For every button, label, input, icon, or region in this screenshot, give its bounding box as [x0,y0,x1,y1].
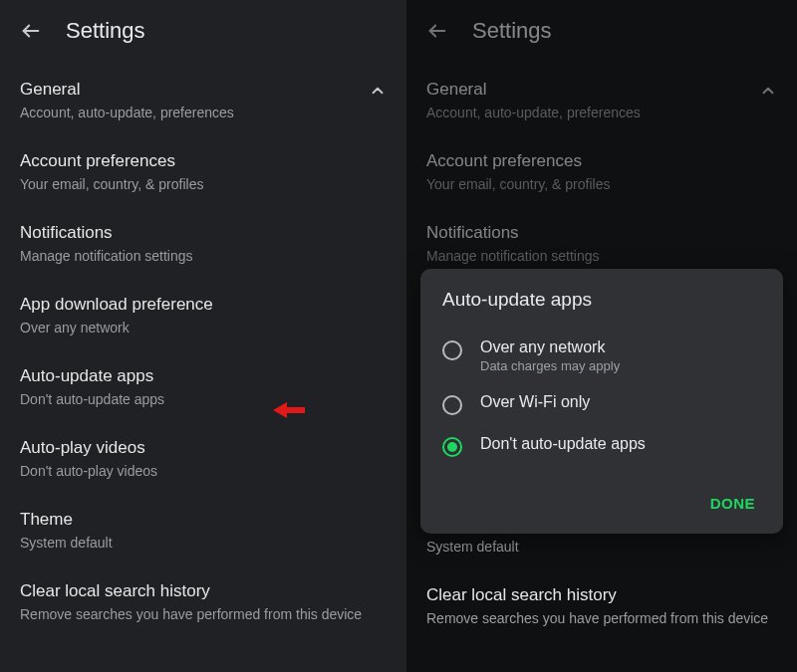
section-theme-value[interactable]: System default [406,538,797,573]
radio-selected-icon [442,437,462,457]
header: Settings [406,0,797,68]
section-subtitle: Remove searches you have performed from … [426,609,777,627]
option-over-any-network[interactable]: Over any network Data charges may apply [442,329,761,383]
section-general[interactable]: General Account, auto-update, preference… [0,68,406,139]
section-title: Account preferences [20,151,387,171]
section-subtitle: Manage notification settings [426,247,777,265]
section-subtitle: Manage notification settings [20,247,387,265]
chevron-up-icon [369,82,387,100]
section-subtitle: Account, auto-update, preferences [20,104,387,121]
section-subtitle: System default [426,538,777,556]
section-subtitle: Remove searches you have performed from … [20,605,387,623]
section-title: Clear local search history [426,585,777,605]
header: Settings [0,0,406,68]
section-title: Theme [20,510,387,530]
settings-pane-left: Settings General Account, auto-update, p… [0,0,406,672]
section-theme[interactable]: Theme System default [0,498,406,569]
section-subtitle: System default [20,534,387,552]
section-account-preferences[interactable]: Account preferences Your email, country,… [406,139,797,211]
done-button[interactable]: DONE [704,487,761,520]
dialog-actions: DONE [442,487,761,520]
section-title: General [426,80,777,100]
section-account-preferences[interactable]: Account preferences Your email, country,… [0,139,406,211]
section-title: Clear local search history [20,581,387,601]
section-app-download-preference[interactable]: App download preference Over any network [0,283,406,354]
section-general[interactable]: General Account, auto-update, preference… [406,68,797,139]
option-sublabel: Data charges may apply [480,358,620,373]
section-auto-update-apps[interactable]: Auto-update apps Don't auto-update apps [0,354,406,426]
back-arrow-icon[interactable] [426,20,448,42]
dialog-title: Auto-update apps [442,289,761,311]
option-label: Don't auto-update apps [480,435,646,453]
section-subtitle: Don't auto-update apps [20,390,387,408]
section-clear-search-history[interactable]: Clear local search history Remove search… [0,569,406,641]
option-label: Over Wi-Fi only [480,393,590,411]
section-subtitle: Over any network [20,319,387,336]
section-clear-search-history[interactable]: Clear local search history Remove search… [406,573,797,645]
section-title: Notifications [20,223,387,243]
section-auto-play-videos[interactable]: Auto-play videos Don't auto-play videos [0,426,406,498]
chevron-up-icon [759,82,777,100]
section-subtitle: Your email, country, & profiles [426,175,777,193]
auto-update-dialog: Auto-update apps Over any network Data c… [420,269,783,534]
section-notifications[interactable]: Notifications Manage notification settin… [0,211,406,283]
radio-icon [442,340,462,360]
section-title: Auto-play videos [20,438,387,458]
section-subtitle: Your email, country, & profiles [20,175,387,193]
radio-icon [442,395,462,415]
option-label: Over any network [480,338,620,356]
section-title: Notifications [426,223,777,243]
section-title: Auto-update apps [20,366,387,386]
settings-pane-right: Settings General Account, auto-update, p… [406,0,797,672]
section-title: App download preference [20,295,387,315]
section-subtitle: Don't auto-play videos [20,462,387,480]
option-dont-auto-update[interactable]: Don't auto-update apps [442,425,761,467]
page-title: Settings [66,18,145,44]
section-title: Account preferences [426,151,777,171]
section-title: General [20,80,387,100]
section-subtitle: Account, auto-update, preferences [426,104,777,121]
page-title: Settings [472,18,552,44]
back-arrow-icon[interactable] [20,20,42,42]
option-over-wifi-only[interactable]: Over Wi-Fi only [442,383,761,425]
